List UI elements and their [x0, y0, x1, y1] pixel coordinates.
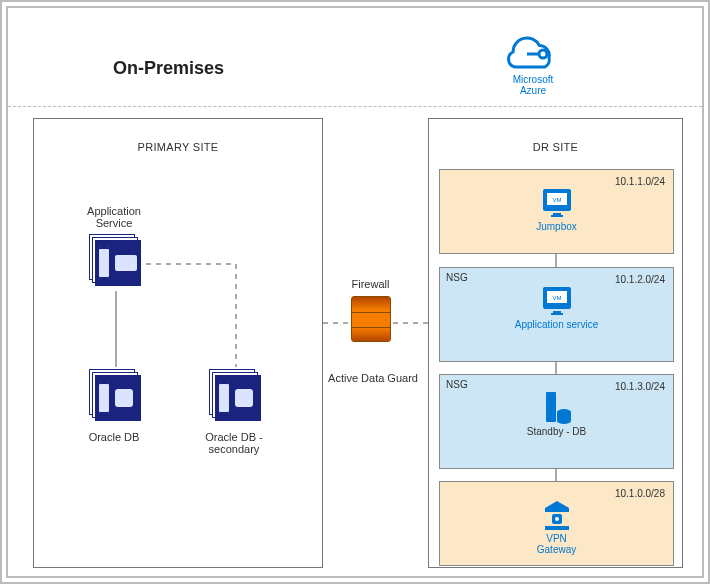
- svg-rect-15: [546, 392, 556, 422]
- vpn-gateway-icon: [540, 498, 574, 532]
- region-divider: [8, 106, 702, 107]
- azure-label-line1: Microsoft: [513, 74, 554, 85]
- vm-icon: VM: [540, 186, 574, 220]
- primary-site-box: PRIMARY SITE Application Service Oracle …: [33, 118, 323, 568]
- svg-rect-12: [553, 311, 561, 313]
- oracle-db-secondary-label: Oracle DB - secondary: [189, 431, 279, 455]
- subnet-jumpbox: 10.1.1.0/24 VM Jumpbox: [439, 169, 674, 254]
- outer-frame: On-Premises Microsoft Azure PRIMARY SITE…: [0, 0, 710, 584]
- dr-site-box: DR SITE 10.1.1.0/24 VM Jumpbox NSG 10.1.…: [428, 118, 683, 568]
- vm-icon: VM: [540, 284, 574, 318]
- svg-rect-7: [553, 213, 561, 215]
- svg-rect-8: [551, 215, 563, 217]
- azure-cloud-icon: Microsoft Azure: [498, 30, 568, 96]
- active-data-guard-label: Active Data Guard: [318, 372, 428, 384]
- azure-label-line2: Azure: [520, 85, 546, 96]
- db-server-icon: [540, 391, 574, 425]
- svg-text:VM: VM: [552, 197, 561, 203]
- gateway-label-l2: Gateway: [537, 544, 576, 555]
- oracle-db-icon: [89, 369, 139, 419]
- jumpbox-label: Jumpbox: [536, 222, 577, 233]
- subnet-appservice: NSG 10.1.2.0/24 VM Application service: [439, 267, 674, 362]
- primary-site-title: PRIMARY SITE: [34, 119, 322, 153]
- svg-point-0: [539, 50, 547, 58]
- appservice-label: Application service: [515, 320, 598, 331]
- standby-nsg: NSG: [446, 379, 468, 390]
- gateway-label-l1: VPN: [546, 533, 567, 544]
- subnet-vpn-gateway: 10.1.0.0/28 VPN Gateway: [439, 481, 674, 566]
- firewall-icon: [351, 296, 391, 342]
- svg-text:VM: VM: [552, 295, 561, 301]
- subnet-standby-db: NSG 10.1.3.0/24 Standby - DB: [439, 374, 674, 469]
- firewall: Firewall: [333, 278, 408, 342]
- firewall-label: Firewall: [333, 278, 408, 290]
- svg-rect-21: [545, 526, 569, 530]
- on-premises-title: On-Premises: [113, 58, 224, 79]
- cloud-icon: [505, 30, 561, 70]
- diagram-canvas: On-Premises Microsoft Azure PRIMARY SITE…: [6, 6, 704, 578]
- appservice-nsg: NSG: [446, 272, 468, 283]
- oracle-db-label: Oracle DB: [69, 431, 159, 443]
- application-service-label: Application Service: [69, 205, 159, 229]
- application-service-icon: [89, 234, 139, 284]
- svg-rect-13: [551, 313, 563, 315]
- svg-point-18: [557, 418, 571, 424]
- svg-point-20: [555, 517, 559, 521]
- dr-site-title: DR SITE: [429, 119, 682, 153]
- oracle-db-secondary-icon: [209, 369, 259, 419]
- standby-label: Standby - DB: [527, 427, 586, 438]
